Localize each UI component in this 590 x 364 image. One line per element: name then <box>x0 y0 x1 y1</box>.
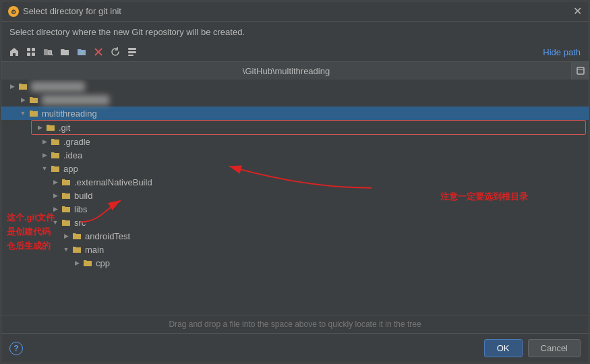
path-expand-icon[interactable] <box>571 62 589 80</box>
tree-toggle[interactable] <box>50 177 61 187</box>
search-folder-button[interactable] <box>40 44 55 59</box>
svg-text:+: + <box>80 49 84 57</box>
tree-toggle[interactable] <box>34 122 45 133</box>
tree-row-androidtest[interactable]: androidTest <box>1 229 589 243</box>
new-folder-button[interactable]: + <box>74 44 89 59</box>
tree-item-label: .idea <box>63 150 82 160</box>
folder-icon <box>50 163 61 174</box>
tree-toggle[interactable] <box>18 94 28 105</box>
folder-icon <box>61 190 71 201</box>
tree-area[interactable]: multithreading .git .gradle <box>1 80 589 315</box>
folder-button[interactable] <box>57 44 72 59</box>
folder-icon <box>28 108 39 119</box>
delete-button[interactable] <box>91 44 106 59</box>
tree-toggle[interactable] <box>50 204 61 214</box>
path-input[interactable] <box>1 63 571 79</box>
folder-icon <box>45 122 56 133</box>
folder-icon <box>71 231 82 241</box>
tree-row-src[interactable]: src <box>1 216 589 229</box>
tree-row-idea[interactable]: .idea <box>1 148 589 162</box>
tree-row-cpp[interactable]: cpp <box>1 256 589 270</box>
tree-item-label: libs <box>74 204 88 214</box>
tree-row[interactable] <box>1 93 589 107</box>
folder-icon <box>61 204 71 214</box>
path-bar <box>1 62 589 80</box>
svg-rect-3 <box>32 48 35 51</box>
home-button[interactable] <box>7 44 22 59</box>
tree-row-libs[interactable]: libs <box>1 202 589 216</box>
tree-toggle[interactable] <box>50 217 61 228</box>
folder-icon <box>28 94 39 105</box>
svg-text:⚙: ⚙ <box>11 9 16 16</box>
grid-button[interactable] <box>24 44 38 59</box>
tree-toggle[interactable] <box>50 190 61 201</box>
tree-row[interactable] <box>1 80 589 93</box>
tree-toggle[interactable] <box>61 244 71 255</box>
tree-row-git[interactable]: .git <box>32 121 585 134</box>
folder-icon <box>82 257 93 268</box>
dialog-icon: ⚙ <box>8 6 19 17</box>
close-button[interactable]: ✕ <box>573 6 582 17</box>
svg-rect-14 <box>577 67 584 74</box>
tree-toggle[interactable] <box>18 108 28 119</box>
title-bar: ⚙ Select directory for git init ✕ <box>1 1 589 22</box>
git-folder-container: .git <box>31 120 586 135</box>
folder-icon <box>61 177 71 187</box>
refresh-button[interactable] <box>108 44 123 59</box>
tree-item-label: multithreading <box>42 109 97 119</box>
tree-toggle[interactable] <box>39 163 50 174</box>
svg-rect-2 <box>27 48 30 51</box>
tree-row-gradle[interactable]: .gradle <box>1 135 589 148</box>
bottom-bar: ? OK Cancel <box>1 333 589 363</box>
tree-item-label <box>42 95 109 105</box>
tree-toggle[interactable] <box>71 257 82 268</box>
tree-item-label: cpp <box>96 258 110 268</box>
svg-rect-5 <box>32 53 35 56</box>
tree-row-main[interactable]: main <box>1 243 589 256</box>
dialog-description: Select directory where the new Git repos… <box>1 22 589 42</box>
tree-row-multithreading[interactable]: multithreading <box>1 107 589 120</box>
svg-rect-4 <box>27 53 30 56</box>
title-bar-left: ⚙ Select directory for git init <box>8 6 121 17</box>
hide-path-link[interactable]: Hide path <box>543 47 583 57</box>
drag-drop-hint: Drag and drop a file into the space abov… <box>1 315 589 333</box>
dialog-buttons: OK Cancel <box>484 339 581 357</box>
tree-item-label: .externalNativeBuild <box>74 177 152 187</box>
folder-icon <box>71 244 82 255</box>
tree-toggle[interactable] <box>39 150 50 160</box>
details-button[interactable] <box>125 44 140 59</box>
tree-item-label: src <box>74 218 86 228</box>
tree-item-label: .gradle <box>63 137 90 147</box>
tree-row-build[interactable]: build <box>1 189 589 202</box>
tree-item-label <box>31 82 85 92</box>
dialog-title: Select directory for git init <box>23 6 121 16</box>
folder-icon <box>50 136 61 147</box>
tree-toggle[interactable] <box>39 136 50 147</box>
folder-icon <box>18 81 28 92</box>
tree-item-label: app <box>63 164 78 174</box>
folder-icon <box>61 217 71 228</box>
folder-icon <box>50 150 61 160</box>
tree-row-externalnativebuild[interactable]: .externalNativeBuild <box>1 175 589 189</box>
ok-button[interactable]: OK <box>484 339 523 357</box>
svg-rect-11 <box>128 48 136 50</box>
dialog: ⚙ Select directory for git init ✕ Select… <box>1 1 589 363</box>
toolbar: + <box>1 42 589 62</box>
tree-toggle[interactable] <box>7 81 18 92</box>
tree-item-label: main <box>85 245 104 255</box>
svg-rect-12 <box>128 51 136 53</box>
tree-item-label: build <box>74 191 92 201</box>
cancel-button[interactable]: Cancel <box>528 339 581 357</box>
tree-item-label: androidTest <box>85 231 130 241</box>
bottom-left: ? <box>9 342 23 355</box>
toolbar-buttons: + <box>7 44 140 59</box>
svg-rect-13 <box>128 55 134 56</box>
help-button[interactable]: ? <box>9 342 23 355</box>
tree-item-label: .git <box>59 123 70 133</box>
tree-row-app[interactable]: app <box>1 162 589 175</box>
tree-toggle[interactable] <box>61 231 71 241</box>
